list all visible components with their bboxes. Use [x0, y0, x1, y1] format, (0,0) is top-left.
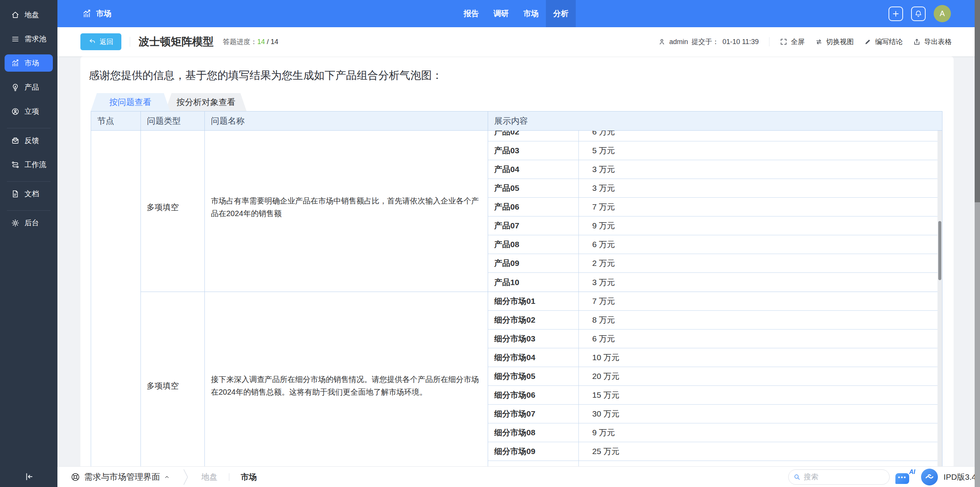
- bell-icon: [914, 10, 923, 18]
- sidebar-item-admin[interactable]: 后台: [0, 214, 57, 236]
- submit-time: 01-10 11:39: [722, 38, 759, 46]
- search-icon: [793, 473, 801, 481]
- plus-icon: [892, 10, 900, 18]
- display-content-cell: 细分市场017 万元 细分市场028 万元 细分市场036 万元 细分市场041…: [488, 292, 938, 466]
- sidebar-collapse-button[interactable]: [0, 466, 57, 487]
- sidebar-item-label: 后台: [24, 218, 39, 228]
- sidebar-item-home[interactable]: 地盘: [0, 6, 57, 28]
- nav-tab-market[interactable]: 市场: [516, 0, 546, 27]
- back-arrow-icon: [88, 38, 96, 46]
- question-type-cell: 多项填空: [141, 292, 205, 466]
- ai-assistant-button[interactable]: ••• AI: [895, 469, 915, 485]
- table-row: 细分市场0615 万元: [488, 386, 938, 405]
- page-toolbar: 返回 波士顿矩阵模型 答题进度：14 / 14 admin 提交于： 01-10…: [57, 27, 980, 56]
- table-scrollbar[interactable]: [938, 131, 942, 466]
- back-button[interactable]: 返回: [80, 33, 121, 50]
- sidebar-item-docs[interactable]: 文档: [0, 185, 57, 207]
- intro-text: 感谢您提供的信息，基于您的填写结果为您生成如下产品组合分析气泡图：: [80, 56, 954, 83]
- write-conclusion-button[interactable]: 编写结论: [864, 37, 903, 46]
- page-scrollbar[interactable]: [975, 0, 980, 487]
- column-header-question: 问题名称: [205, 112, 488, 130]
- ai-label: AI: [909, 469, 915, 476]
- toolbar-actions: admin 提交于： 01-10 11:39 全屏 切换视图 编写结论 导出表格: [658, 37, 952, 46]
- table-row: 细分市场0730 万元: [488, 405, 938, 423]
- fullscreen-icon: [780, 38, 787, 46]
- divider: [130, 37, 130, 47]
- sidebar-item-workflow[interactable]: 工作流: [0, 156, 57, 178]
- nav-tab-report[interactable]: 报告: [456, 0, 486, 27]
- notifications-button[interactable]: [911, 7, 926, 21]
- nav-brand-label: 市场: [96, 8, 111, 19]
- table-row: 细分市场036 万元: [488, 330, 938, 348]
- nav-brand[interactable]: 市场: [82, 8, 111, 19]
- question-table: 节点 问题类型 问题名称 展示内容 多项填空 市场占有率需要明确企业产品在市场中…: [91, 111, 942, 466]
- node-column-cell: [91, 131, 141, 466]
- sidebar-item-demand-pool[interactable]: 需求池: [0, 30, 57, 52]
- display-content-cell: 产品026 万元 产品035 万元 产品043 万元 产品053 万元 产品06…: [488, 131, 938, 292]
- sidebar-item-feedback[interactable]: 反馈: [0, 132, 57, 154]
- progress-total: / 14: [267, 38, 278, 46]
- table-row: 产品103 万元: [488, 273, 938, 292]
- column-header-type: 问题类型: [141, 112, 205, 130]
- switch-view-icon: [815, 38, 823, 46]
- sidebar-item-project[interactable]: 立项: [0, 103, 57, 125]
- sidebar-item-label: 市场: [24, 58, 39, 68]
- switch-view-button[interactable]: 切换视图: [815, 37, 854, 46]
- content-area: 感谢您提供的信息，基于您的填写结果为您生成如下产品组合分析气泡图： 按问题查看 …: [57, 56, 980, 466]
- document-icon: [11, 190, 20, 198]
- chart-icon: [82, 9, 91, 18]
- breadcrumb-separator-icon: [183, 469, 188, 485]
- wheel-icon: [70, 472, 80, 482]
- top-nav: 市场 报告 调研 市场 分析 A: [57, 0, 980, 27]
- sidebar-item-label: 工作流: [24, 160, 46, 170]
- table-row: 产品026 万元: [488, 131, 938, 141]
- home-icon: [11, 11, 20, 19]
- ipd-logo-icon: [921, 469, 938, 485]
- analysis-card: 感谢您提供的信息，基于您的填写结果为您生成如下产品组合分析气泡图： 按问题查看 …: [80, 56, 954, 466]
- sidebar-divider: [7, 210, 51, 211]
- column-header-node: 节点: [91, 112, 141, 130]
- divider: [769, 37, 769, 46]
- ai-chat-icon: •••: [895, 473, 909, 484]
- table-body-viewport: 多项填空 市场占有率需要明确企业产品在市场中销售额占比，首先请依次输入企业各个产…: [91, 131, 942, 466]
- table-row: 细分市场028 万元: [488, 311, 938, 330]
- table-scrollbar-thumb[interactable]: [938, 221, 941, 280]
- table-row: 产品086 万元: [488, 235, 938, 254]
- sidebar: 地盘 需求池 市场 产品 立项 反馈 工作流 文档 后台: [0, 0, 57, 487]
- table-row: 细分市场0520 万元: [488, 367, 938, 386]
- breadcrumb-parent[interactable]: 地盘: [201, 472, 217, 482]
- question-type-cell: 多项填空: [141, 131, 205, 292]
- sidebar-item-label: 反馈: [24, 136, 39, 146]
- add-button[interactable]: [889, 7, 903, 21]
- submit-label: 提交于：: [691, 37, 719, 46]
- table-row: 细分市场0410 万元: [488, 348, 938, 367]
- table-row: 产品067 万元: [488, 198, 938, 216]
- tab-by-object[interactable]: 按分析对象查看: [165, 93, 247, 111]
- table-row: 产品043 万元: [488, 160, 938, 179]
- submit-info: admin 提交于： 01-10 11:39: [658, 37, 759, 46]
- table-row: 细分市场089 万元: [488, 423, 938, 442]
- sidebar-item-product[interactable]: 产品: [0, 79, 57, 100]
- sidebar-item-label: 地盘: [24, 10, 39, 20]
- fullscreen-button[interactable]: 全屏: [780, 37, 805, 46]
- export-icon: [913, 38, 921, 46]
- workspace-label: 需求与市场管理界面: [84, 471, 160, 483]
- nav-tab-analysis[interactable]: 分析: [546, 0, 576, 27]
- export-table-button[interactable]: 导出表格: [913, 37, 952, 46]
- column-header-display: 展示内容: [488, 112, 942, 130]
- table-row: 产品092 万元: [488, 254, 938, 273]
- tab-by-question[interactable]: 按问题查看: [91, 93, 170, 111]
- page-scrollbar-thumb[interactable]: [975, 0, 980, 202]
- table-body-content: 多项填空 市场占有率需要明确企业产品在市场中销售额占比，首先请依次输入企业各个产…: [91, 131, 938, 466]
- nav-tab-survey[interactable]: 调研: [486, 0, 516, 27]
- chart-icon: [11, 59, 20, 67]
- question-name-cell: 市场占有率需要明确企业产品在市场中销售额占比，首先请依次输入企业各个产品在202…: [205, 131, 488, 292]
- search-input[interactable]: [804, 473, 873, 481]
- avatar[interactable]: A: [934, 5, 951, 22]
- bulb-icon: [11, 83, 20, 92]
- table-row: 细分市场0925 万元: [488, 442, 938, 461]
- sidebar-item-market[interactable]: 市场: [0, 54, 57, 76]
- breadcrumb-current: 市场: [241, 472, 257, 482]
- question-name-cell: 接下来深入调查产品所在细分市场的销售情况。请您提供各个产品所在细分市场在2024…: [205, 292, 488, 466]
- workspace-selector[interactable]: 需求与市场管理界面: [70, 471, 170, 483]
